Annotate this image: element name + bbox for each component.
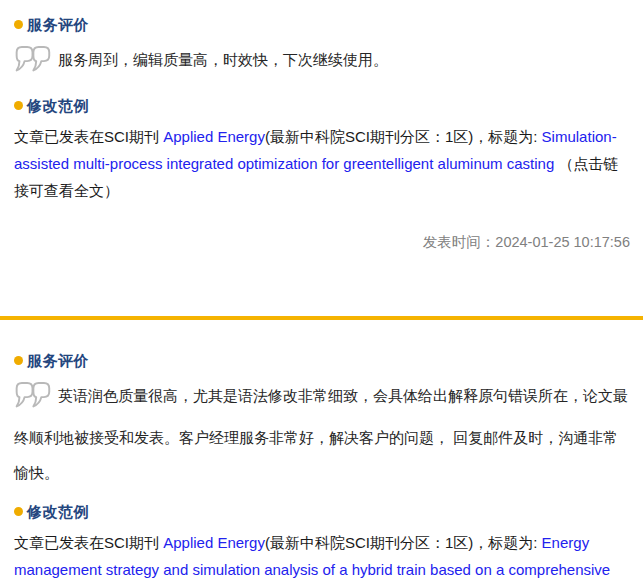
publish-time-label: 发表时间： <box>423 234 496 250</box>
example-paragraph: 文章已发表在SCI期刊 Applied Energy(最新中科院SCI期刊分区：… <box>14 529 630 588</box>
revision-example-header: 修改范例 <box>14 501 630 522</box>
section-title: 修改范例 <box>27 501 89 522</box>
double-quote-icon <box>14 45 51 84</box>
review-text: 英语润色质量很高，尤其是语法修改非常细致，会具体给出解释原句错误所在，论文最终顺… <box>14 387 628 481</box>
example-text: 文章已发表在SCI期刊 <box>14 534 163 551</box>
service-review-header: 服务评价 <box>14 350 630 371</box>
gold-bullet-icon <box>14 20 23 29</box>
review-text: 服务周到，编辑质量高，时效快，下次继续使用。 <box>58 51 388 68</box>
gold-bullet-icon <box>14 356 23 365</box>
example-paragraph: 文章已发表在SCI期刊 Applied Energy(最新中科院SCI期刊分区：… <box>14 123 630 204</box>
article-link[interactable]: Applied Energy <box>163 534 265 551</box>
section-title: 服务评价 <box>27 14 89 35</box>
review-text-row: 英语润色质量很高，尤其是语法修改非常细致，会具体给出解释原句错误所在，论文最终顺… <box>14 378 630 490</box>
example-text: 文章已发表在SCI期刊 <box>14 128 163 145</box>
publish-timestamp: 发表时间：2024-01-25 10:17:56 <box>14 232 630 252</box>
service-review-header: 服务评价 <box>14 14 630 35</box>
review-card: 服务评价 服务周到，编辑质量高，时效快，下次继续使用。 修改范例 文章已发表在S… <box>0 0 643 252</box>
section-title: 修改范例 <box>27 95 89 116</box>
article-link[interactable]: Applied Energy <box>163 128 265 145</box>
example-text: (最新中科院SCI期刊分区：1区)，标题为: <box>265 534 542 551</box>
revision-example-header: 修改范例 <box>14 95 630 116</box>
example-text: (最新中科院SCI期刊分区：1区)，标题为: <box>265 128 542 145</box>
review-text-row: 服务周到，编辑质量高，时效快，下次继续使用。 <box>14 42 630 84</box>
gold-bullet-icon <box>14 101 23 110</box>
double-quote-icon <box>14 381 51 420</box>
section-title: 服务评价 <box>27 350 89 371</box>
gold-bullet-icon <box>14 507 23 516</box>
publish-time-value: 2024-01-25 10:17:56 <box>495 234 630 250</box>
review-card: 服务评价 英语润色质量很高，尤其是语法修改非常细致，会具体给出解释原句错误所在，… <box>0 320 643 588</box>
